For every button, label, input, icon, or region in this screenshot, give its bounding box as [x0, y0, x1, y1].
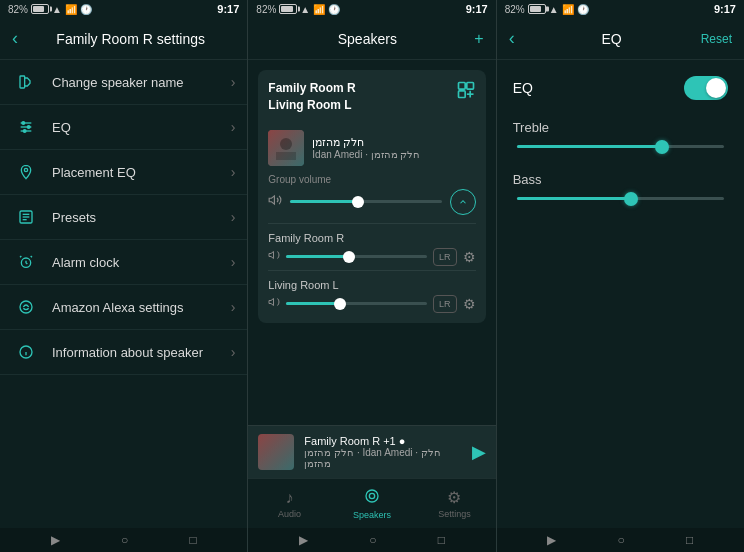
volume-icon-group [268, 193, 282, 210]
treble-label: Treble [513, 120, 728, 135]
location-icon [12, 164, 40, 180]
nav-audio[interactable]: ♪ Audio [248, 479, 330, 528]
volume-icon-1 [268, 296, 280, 311]
wifi-icon-2: 📶 [313, 4, 325, 15]
bass-slider[interactable] [517, 197, 724, 200]
status-bar-1: 82% ▲ 📶 🕐 9:17 [0, 0, 247, 18]
signal-icon-3: ▲ [549, 4, 559, 15]
group-volume-slider[interactable] [290, 200, 441, 203]
menu-item-eq[interactable]: EQ › [0, 105, 247, 150]
settings-nav-icon: ⚙ [447, 488, 461, 507]
add-to-group-btn[interactable] [456, 80, 476, 103]
menu-item-info[interactable]: Information about speaker › [0, 330, 247, 375]
treble-thumb[interactable] [655, 140, 669, 154]
add-speaker-button[interactable]: + [474, 30, 483, 48]
home-nav-2[interactable]: ○ [369, 533, 376, 547]
group-name-line1: Family Room R [268, 80, 355, 97]
speakers-nav-icon [364, 488, 380, 508]
back-nav-3[interactable]: □ [686, 533, 693, 547]
svg-point-23 [280, 138, 292, 150]
lr-badge-1: LR [433, 295, 457, 313]
settings-nav-label: Settings [438, 509, 471, 519]
svg-rect-18 [466, 83, 473, 90]
speaker-0-slider[interactable] [286, 255, 426, 258]
speaker-name-0: Family Room R [268, 232, 475, 244]
svg-rect-0 [20, 76, 25, 88]
speaker-row-0: Family Room R LR ⚙ [268, 223, 475, 266]
sys-navbar-2: ▶ ○ □ [248, 528, 495, 552]
treble-section: Treble [513, 120, 728, 148]
speaker-1-thumb[interactable] [334, 298, 346, 310]
svg-point-5 [27, 126, 30, 129]
menu-item-presets[interactable]: Presets › [0, 195, 247, 240]
home-nav-3[interactable]: ○ [618, 533, 625, 547]
reset-button[interactable]: Reset [701, 32, 732, 46]
menu-label-alarm: Alarm clock [52, 255, 231, 270]
nav-settings[interactable]: ⚙ Settings [413, 479, 495, 528]
speaker-icon [12, 74, 40, 90]
mini-player-info: Family Room R +1 ● חלק מהזמן · Idan Amed… [304, 435, 461, 469]
menu-item-alarm[interactable]: Alarm clock › [0, 240, 247, 285]
back-button-3[interactable]: ‹ [509, 28, 515, 49]
home-nav-1[interactable]: ○ [121, 533, 128, 547]
eq-toggle[interactable] [684, 76, 728, 100]
alarm-icon [12, 254, 40, 270]
chevron-icon-5: › [231, 299, 236, 315]
sys-navbar-3: ▶ ○ □ [497, 528, 744, 552]
track-artist: Idan Amedi · חלק מהזמן [312, 149, 475, 160]
track-info: חלק מהזמן Idan Amedi · חלק מהזמן [312, 136, 475, 160]
play-nav-3[interactable]: ▶ [547, 533, 556, 547]
bass-thumb[interactable] [624, 192, 638, 206]
chevron-icon-0: › [231, 74, 236, 90]
menu-label-info: Information about speaker [52, 345, 231, 360]
group-volume-thumb[interactable] [352, 196, 364, 208]
back-nav-2[interactable]: □ [438, 533, 445, 547]
group-name-line2: Living Room L [268, 97, 355, 114]
svg-point-7 [24, 168, 27, 171]
panel-eq: 82% ▲ 📶 🕐 9:17 ‹ EQ Reset EQ Treble [497, 0, 744, 552]
clock-icon-status-1: 🕐 [80, 4, 92, 15]
equalizer-icon [12, 119, 40, 135]
speakers-content: Family Room R Living Room L [248, 60, 495, 425]
clock-icon-status-3: 🕐 [577, 4, 589, 15]
treble-slider[interactable] [517, 145, 724, 148]
wifi-icon-1: 📶 [65, 4, 77, 15]
speaker-settings-1[interactable]: ⚙ [463, 296, 476, 312]
menu-item-alexa[interactable]: Amazon Alexa settings › [0, 285, 247, 330]
chevron-icon-6: › [231, 344, 236, 360]
svg-point-13 [20, 301, 32, 313]
expand-group-button[interactable] [450, 189, 476, 215]
menu-item-placement-eq[interactable]: Placement EQ › [0, 150, 247, 195]
speaker-name-1: Living Room L [268, 279, 475, 291]
eq-toggle-label: EQ [513, 80, 533, 96]
menu-item-change-speaker-name[interactable]: Change speaker name › [0, 60, 247, 105]
back-nav-1[interactable]: □ [189, 533, 196, 547]
mini-track-artist: חלק מהזמן · Idan Amedi · חלק מהזמן [304, 447, 461, 469]
battery-icon-1 [31, 4, 49, 14]
battery-icon-3 [528, 4, 546, 14]
speaker-group-card: Family Room R Living Room L [258, 70, 485, 323]
clock-icon-status-2: 🕐 [328, 4, 340, 15]
play-nav-2[interactable]: ▶ [299, 533, 308, 547]
back-button-1[interactable]: ‹ [12, 28, 18, 49]
play-nav-1[interactable]: ▶ [51, 533, 60, 547]
speaker-1-slider[interactable] [286, 302, 426, 305]
svg-rect-24 [276, 152, 296, 160]
info-icon [12, 344, 40, 360]
speaker-0-thumb[interactable] [343, 251, 355, 263]
audio-nav-icon: ♪ [286, 489, 294, 507]
nav-speakers[interactable]: Speakers [331, 479, 413, 528]
mini-track-title: Family Room R +1 ● [304, 435, 461, 447]
mini-play-button[interactable]: ▶ [472, 441, 486, 463]
chevron-icon-4: › [231, 254, 236, 270]
speaker-settings-0[interactable]: ⚙ [463, 249, 476, 265]
battery-pct-3: 82% [505, 4, 525, 15]
header-2: Speakers + [248, 18, 495, 60]
page-title-1: Family Room R settings [26, 31, 235, 47]
menu-list: Change speaker name › EQ › Placement EQ … [0, 60, 247, 528]
eq-content: EQ Treble Bass [497, 60, 744, 528]
bottom-nav: ♪ Audio Speakers ⚙ Settings [248, 478, 495, 528]
svg-rect-19 [458, 91, 465, 98]
group-volume-label: Group volume [268, 174, 475, 185]
battery-pct-1: 82% [8, 4, 28, 15]
